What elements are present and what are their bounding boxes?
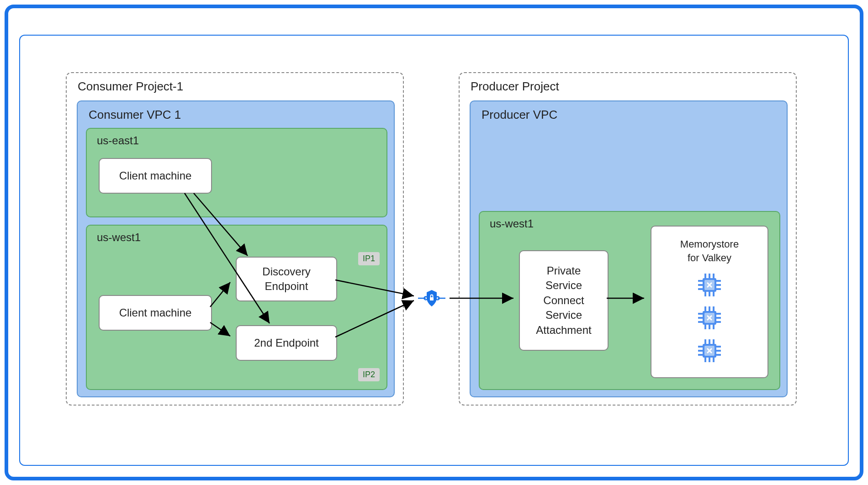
producer-project-label: Producer Project bbox=[471, 79, 559, 94]
client-machine-west-label: Client machine bbox=[119, 306, 192, 320]
producer-vpc-label: Producer VPC bbox=[482, 108, 557, 122]
producer-project-box: Producer Project Producer VPC us-west1 P… bbox=[459, 72, 797, 406]
producer-vpc-box: Producer VPC us-west1 Private Service Co… bbox=[470, 100, 788, 397]
ip2-tag: IP2 bbox=[358, 368, 380, 381]
brand-header: Google Cloud bbox=[23, 12, 110, 27]
consumer-vpc-label: Consumer VPC 1 bbox=[89, 108, 181, 122]
psc-attachment-label: Private Service Connect Service Attachme… bbox=[536, 264, 591, 337]
client-machine-east-label: Client machine bbox=[119, 169, 192, 183]
consumer-project-label: Consumer Project-1 bbox=[78, 79, 183, 94]
inner-frame: Consumer Project-1 Consumer VPC 1 us-eas… bbox=[19, 35, 849, 466]
region-east-label: us-east1 bbox=[97, 134, 139, 147]
psc-attachment: Private Service Connect Service Attachme… bbox=[519, 250, 609, 351]
producer-region-west-label: us-west1 bbox=[490, 217, 534, 230]
consumer-vpc-box: Consumer VPC 1 us-east1 Client machine u… bbox=[77, 100, 395, 397]
ip1-tag: IP1 bbox=[358, 252, 380, 265]
consumer-region-west: us-west1 Client machine Discovery Endpoi… bbox=[86, 225, 387, 390]
consumer-region-east: us-east1 Client machine bbox=[86, 128, 387, 217]
memorystore-box: Memorystore for Valkey bbox=[651, 226, 768, 378]
region-west-label: us-west1 bbox=[97, 231, 141, 244]
cpu-chip-icon bbox=[697, 306, 722, 330]
diagram-canvas: Consumer Project-1 Consumer VPC 1 us-eas… bbox=[20, 36, 848, 465]
svg-rect-46 bbox=[430, 297, 434, 300]
shield-lock-icon bbox=[418, 288, 445, 308]
memorystore-title: Memorystore for Valkey bbox=[680, 237, 739, 264]
consumer-project-box: Consumer Project-1 Consumer VPC 1 us-eas… bbox=[66, 72, 404, 406]
discovery-endpoint-label: Discovery Endpoint bbox=[262, 264, 310, 294]
client-machine-west: Client machine bbox=[99, 295, 212, 331]
cpu-chip-icon bbox=[697, 273, 722, 297]
brand-google: Google bbox=[23, 12, 70, 27]
second-endpoint-label: 2nd Endpoint bbox=[254, 336, 318, 350]
producer-region-west: us-west1 Private Service Connect Service… bbox=[479, 211, 780, 390]
client-machine-east: Client machine bbox=[99, 158, 212, 194]
brand-cloud: Cloud bbox=[74, 12, 110, 27]
cpu-chip-icon bbox=[697, 338, 722, 363]
discovery-endpoint: Discovery Endpoint bbox=[236, 257, 337, 301]
outer-frame: Google Cloud Consumer Project-1 Consumer… bbox=[5, 5, 863, 480]
second-endpoint: 2nd Endpoint bbox=[236, 325, 337, 361]
